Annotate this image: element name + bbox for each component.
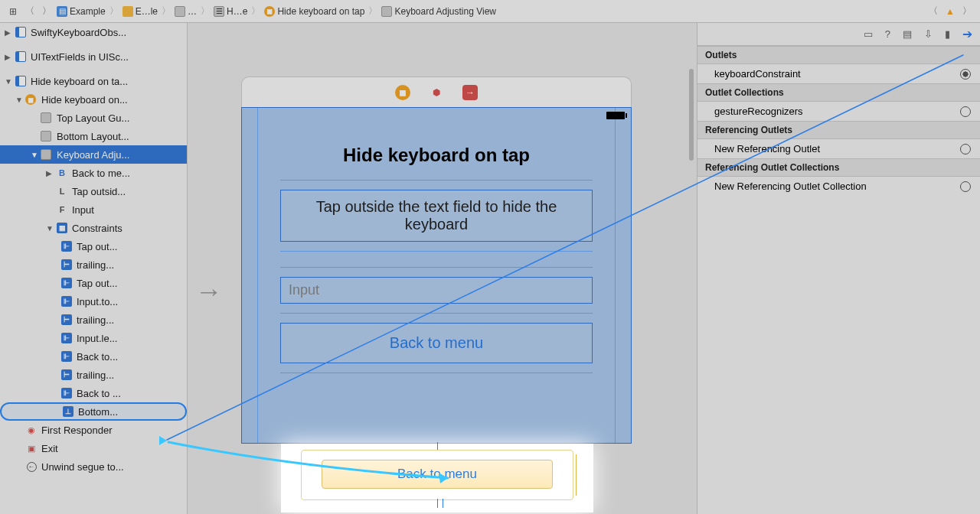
attributes-inspector-icon[interactable]: ⇩ [924,28,933,40]
help-inspector-icon[interactable]: ? [885,28,890,40]
constraint-icon: ⊩ [61,351,72,362]
size-guide [576,454,577,496]
exit-icon: ▣ [24,442,38,454]
textfield-badge-icon: F [55,203,69,216]
size-inspector-icon[interactable]: ▮ [945,28,950,40]
outline-label[interactable]: LTap outsid... [0,182,187,200]
outlet-connector-icon[interactable] [960,181,971,192]
nav-back-icon[interactable]: 〈 [22,4,38,19]
back-to-menu-button[interactable]: Back to menu [280,323,593,363]
outline-kav[interactable]: ▼Keyboard Adju... [0,145,187,164]
storyboard-icon [15,76,26,86]
constraint-icon: ⊩ [61,333,72,343]
outlet-gesture-recognizers[interactable]: gestureRecognizers [697,102,980,121]
crumb-sb[interactable]: H…e [227,6,247,17]
scene[interactable]: ◼ ⬢ → Hide keyboard on tap Tap outside t… [241,76,632,444]
selection-handle-icon[interactable] [437,499,443,508]
outline-input[interactable]: FInput [0,200,187,219]
new-referencing-outlet-collection[interactable]: New Referencing Outlet Collection [697,177,980,196]
outline-bottom-layout[interactable]: Bottom Layout... [0,127,187,145]
outline-scene-1[interactable]: ▶SwiftyKeyboardObs... [0,23,187,41]
back-to-menu-button-selected[interactable]: Back to menu [322,460,553,489]
scene-dock[interactable]: ◼ ⬢ → [241,76,632,107]
outline-back-button[interactable]: ▶BBack to me... [0,164,187,182]
crumb-scene[interactable]: Hide keyboard on tap [277,6,364,17]
input-textfield[interactable]: Input [280,277,593,304]
vertical-scrollbar[interactable] [689,69,694,161]
outline-scene-2[interactable]: ▶UITextFields in UISc... [0,47,187,66]
outline-constraints[interactable]: ▼▦Constraints [0,219,187,237]
constraint-icon: ⊩ [61,278,72,288]
chevron-icon: 〉 [366,5,380,18]
guide-line [280,180,593,181]
spotlight-panel: Back to menu [281,444,593,512]
connections-inspector: ▭ ? ▤ ⇩ ▮ ➔ Outlets keyboardConstraint O… [697,23,980,514]
outlet-keyboard-constraint[interactable]: keyboardConstraint [697,64,980,83]
outline-constraint-7[interactable]: ⊩Back to... [0,347,187,366]
exit-icon[interactable]: → [462,85,478,100]
constraint-icon: ⊩ [61,296,72,307]
outline-top-layout[interactable]: Top Layout Gu... [0,109,187,127]
chevron-icon: 〉 [107,5,121,18]
breadcrumb[interactable]: ▤Example 〉 E…le 〉 … 〉 ☰H…e 〉 ◼Hide keybo… [55,5,925,18]
instruction-label[interactable]: Tap outside the text field to hide the k… [280,190,593,242]
first-responder-icon[interactable]: ⬢ [429,85,444,100]
scene-body[interactable]: Hide keyboard on tap Tap outside the tex… [241,107,632,444]
outline-constraint-6[interactable]: ⊩Input.le... [0,329,187,347]
guide-line [280,372,593,373]
nav-prev-icon[interactable]: 〈 [926,4,941,19]
outlet-connector-icon[interactable] [960,144,971,155]
outline-exit[interactable]: ▣Exit [0,439,187,457]
outline-unwind[interactable]: ←Unwind segue to... [0,457,187,476]
outline-constraint-1[interactable]: ⊩Tap out... [0,237,187,255]
file-inspector-icon[interactable]: ▭ [864,28,873,40]
constraint-icon: ⊩ [61,388,72,399]
constraint-icon: ⊩ [61,241,72,252]
view-icon [381,6,392,17]
constraint-icon: ⊢ [61,369,72,380]
label-badge-icon: L [55,185,69,197]
crumb-view[interactable]: Keyboard Adjusting View [394,6,496,17]
entry-arrow-icon[interactable]: → [195,275,223,307]
outline-scene-3[interactable]: ▼Hide keyboard on ta... [0,72,187,90]
crumb-folder[interactable]: E…le [136,6,158,17]
outlet-label: New Referencing Outlet [714,143,820,155]
outlet-connector-icon[interactable] [960,106,971,117]
outline-constraint-9[interactable]: ⊩Back to ... [0,384,187,402]
controller-icon[interactable]: ◼ [395,85,410,100]
new-referencing-outlet[interactable]: New Referencing Outlet [697,139,980,158]
outline-constraint-bottom[interactable]: ⊥Bottom... [0,402,187,421]
connections-inspector-icon[interactable]: ➔ [962,27,972,41]
outline-constraint-5[interactable]: ⊢trailing... [0,311,187,329]
outlet-connector-filled-icon[interactable] [960,69,971,80]
view-icon [41,149,51,160]
crumb-project[interactable]: Example [70,6,106,17]
guide-line [280,267,593,268]
selection-handle-icon[interactable] [437,442,438,450]
controller-icon: ◼ [25,94,36,105]
battery-icon [606,112,625,119]
document-outline[interactable]: ▶SwiftyKeyboardObs... ▶UITextFields in U… [0,23,188,514]
outlets-header: Outlets [697,46,980,64]
layout-guide [615,108,616,443]
outline-constraint-2[interactable]: ⊢trailing... [0,255,187,274]
related-items-icon[interactable]: ⊞ [5,4,21,19]
nav-next-icon[interactable]: 〉 [959,4,975,19]
outline-controller[interactable]: ▼◼Hide keyboard on... [0,90,187,109]
storyboard-icon: ☰ [214,6,224,17]
layout-guide-icon [41,131,51,142]
outline-first-responder[interactable]: ◉First Responder [0,421,187,439]
chevron-icon: 〉 [159,5,173,18]
constraints-icon: ▦ [57,223,67,233]
nav-forward-icon[interactable]: 〉 [39,4,54,19]
nav-title: Hide keyboard on tap [242,123,631,180]
identity-inspector-icon[interactable]: ▤ [903,28,912,40]
outline-constraint-4[interactable]: ⊩Input.to... [0,292,187,311]
outlet-label: keyboardConstraint [714,68,801,80]
outline-constraint-8[interactable]: ⊢trailing... [0,366,187,384]
outline-constraint-3[interactable]: ⊩Tap out... [0,274,187,292]
top-toolbar: ⊞ 〈 〉 ▤Example 〉 E…le 〉 … 〉 ☰H…e 〉 ◼Hide… [0,0,980,23]
warning-icon[interactable]: ▲ [942,4,958,19]
crumb-ellipsis[interactable]: … [188,6,197,17]
ib-canvas[interactable]: → ◼ ⬢ → Hide keyboard on tap Tap outside… [188,23,697,514]
